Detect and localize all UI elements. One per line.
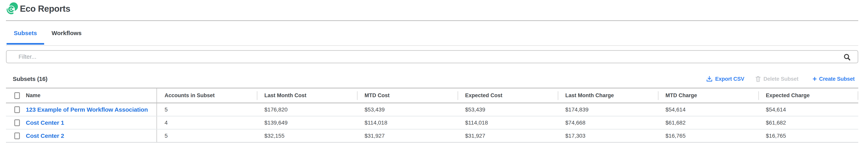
subset-name-link[interactable]: Cost Center 2 — [26, 133, 64, 139]
column-header-expected-cost: Expected Cost — [458, 88, 558, 103]
table-header-row: Name Accounts in Subset Last Month Cost … — [6, 88, 858, 103]
filter-container — [6, 50, 858, 63]
mtd-cost-cell: $31,927 — [357, 130, 458, 142]
trash-icon — [755, 76, 761, 82]
accounts-cell: 5 — [156, 130, 257, 142]
column-header-name: Name — [26, 93, 40, 99]
search-icon — [843, 53, 851, 61]
column-header-last-month-cost: Last Month Cost — [257, 88, 357, 103]
name-cell: Cost Center 2 — [6, 130, 156, 142]
download-icon — [706, 76, 713, 82]
subsets-table: Name Accounts in Subset Last Month Cost … — [6, 88, 858, 143]
create-subset-label: Create Subset — [819, 76, 855, 82]
column-header-mtd-cost: MTD Cost — [357, 88, 458, 103]
tab-workflows[interactable]: Workflows — [48, 27, 86, 39]
expected-cost-cell: $114,018 — [458, 116, 558, 129]
delete-subset-label: Delete Subset — [764, 76, 799, 82]
row-checkbox[interactable] — [14, 133, 20, 139]
subset-name-link[interactable]: 123 Example of Perm Workflow Association — [26, 106, 148, 113]
subsets-count-heading: Subsets (16) — [13, 74, 48, 84]
mtd-charge-cell: $54,614 — [658, 103, 758, 116]
page-title: Eco Reports — [20, 3, 70, 14]
mtd-cost-cell: $53,439 — [357, 103, 458, 116]
column-header-last-month-charge: Last Month Charge — [558, 88, 658, 103]
create-subset-button[interactable]: + Create Subset — [812, 74, 855, 84]
expected-cost-cell: $53,439 — [458, 103, 558, 116]
expected-charge-cell: $61,682 — [758, 116, 858, 129]
tab-subsets[interactable]: Subsets — [6, 27, 44, 39]
mtd-charge-cell: $61,682 — [658, 116, 758, 129]
plus-icon: + — [812, 75, 817, 82]
delete-subset-button[interactable]: Delete Subset — [755, 74, 799, 84]
last-month-cost-cell: $176,820 — [257, 103, 357, 116]
last-month-charge-cell: $174,839 — [558, 103, 658, 116]
column-header-accounts: Accounts in Subset — [156, 88, 257, 103]
active-tab-indicator — [6, 43, 44, 45]
accounts-cell: 5 — [156, 103, 257, 116]
last-month-cost-cell: $32,155 — [257, 130, 357, 142]
table-row: Cost Center 2 5 $32,155 $31,927 $31,927 … — [6, 130, 858, 143]
subset-name-link[interactable]: Cost Center 1 — [26, 119, 64, 126]
expected-charge-cell: $16,765 — [758, 130, 858, 142]
export-csv-button[interactable]: Export CSV — [706, 74, 744, 84]
name-cell: Cost Center 1 — [6, 116, 156, 129]
row-checkbox[interactable] — [14, 119, 20, 126]
export-csv-label: Export CSV — [715, 76, 744, 82]
column-header-mtd-charge: MTD Charge — [658, 88, 758, 103]
name-cell: 123 Example of Perm Workflow Association — [6, 103, 156, 116]
select-all-checkbox[interactable] — [14, 92, 20, 99]
tabs-divider — [6, 45, 858, 46]
header-name: Name — [6, 88, 156, 103]
last-month-cost-cell: $139,649 — [257, 116, 357, 129]
spot-logo-icon — [6, 2, 18, 14]
header-divider — [6, 20, 858, 21]
last-month-charge-cell: $74,668 — [558, 116, 658, 129]
filter-input[interactable] — [6, 51, 858, 63]
expected-charge-cell: $54,614 — [758, 103, 858, 116]
mtd-cost-cell: $114,018 — [357, 116, 458, 129]
last-month-charge-cell: $17,303 — [558, 130, 658, 142]
expected-cost-cell: $31,927 — [458, 130, 558, 142]
column-header-expected-charge: Expected Charge — [758, 88, 858, 103]
table-row: 123 Example of Perm Workflow Association… — [6, 103, 858, 116]
row-checkbox[interactable] — [14, 106, 20, 113]
accounts-cell: 4 — [156, 116, 257, 129]
table-row: Cost Center 1 4 $139,649 $114,018 $114,0… — [6, 116, 858, 130]
mtd-charge-cell: $16,765 — [658, 130, 758, 142]
